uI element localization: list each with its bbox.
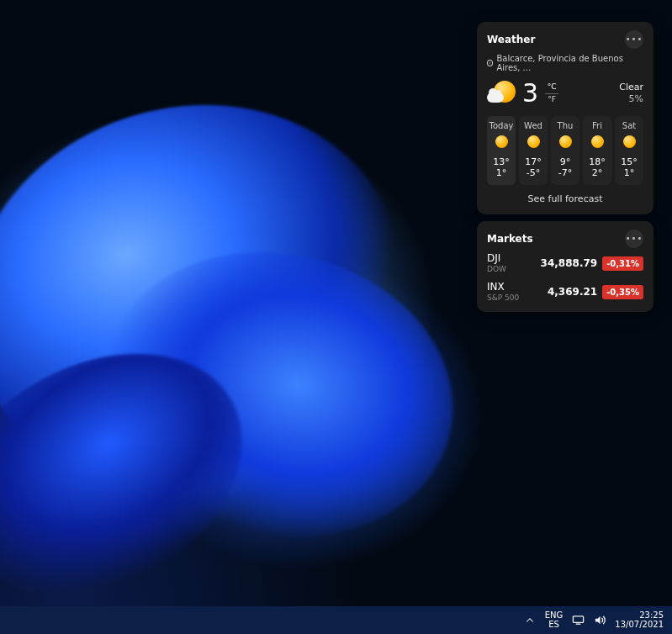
- market-change-badge: -0,31%: [602, 256, 643, 271]
- forecast-hi: 17°: [521, 156, 546, 167]
- condition-detail: 5%: [619, 93, 643, 105]
- unit-fahrenheit: °F: [548, 95, 556, 104]
- svg-rect-0: [573, 616, 583, 623]
- widget-panel: Weather ••• Balcarce, Provincia de Bueno…: [477, 22, 653, 312]
- forecast-hi: 18°: [585, 156, 610, 167]
- network-icon[interactable]: [571, 614, 585, 627]
- taskbar: ENG ES 23:25 13/07/2021: [0, 606, 672, 634]
- ellipsis-icon: •••: [626, 35, 643, 44]
- weather-location-row[interactable]: Balcarce, Provincia de Buenos Aires, ...: [487, 54, 643, 72]
- forecast-hi: 15°: [616, 156, 642, 167]
- forecast-lo: 1°: [489, 167, 514, 178]
- taskbar-clock[interactable]: 23:25 13/07/2021: [615, 611, 664, 629]
- market-symbol: INX: [487, 282, 548, 293]
- see-full-forecast-link[interactable]: See full forecast: [487, 193, 643, 204]
- market-value: 34,888.79: [541, 257, 598, 269]
- weather-widget[interactable]: Weather ••• Balcarce, Provincia de Bueno…: [477, 22, 653, 214]
- forecast-day[interactable]: Wed 17° -5°: [519, 116, 548, 185]
- language-top: ENG: [545, 611, 564, 621]
- forecast-day-label: Today: [489, 121, 514, 130]
- forecast-lo: -7°: [553, 167, 578, 178]
- weather-title: Weather: [487, 34, 535, 45]
- forecast-day-label: Fri: [585, 121, 610, 130]
- partly-cloudy-icon: [487, 79, 516, 108]
- market-name: DOW: [487, 265, 541, 273]
- market-change-badge: -0,35%: [602, 285, 643, 299]
- taskbar-date: 13/07/2021: [615, 621, 664, 630]
- taskbar-time: 23:25: [615, 611, 664, 621]
- weather-more-button[interactable]: •••: [625, 30, 643, 49]
- sun-icon: [557, 134, 574, 151]
- forecast-day-label: Wed: [521, 121, 546, 130]
- tray-overflow-button[interactable]: [523, 614, 537, 627]
- weather-condition: Clear 5%: [619, 82, 643, 105]
- market-name: S&P 500: [487, 293, 548, 302]
- forecast-lo: 2°: [585, 167, 610, 178]
- forecast-day[interactable]: Thu 9° -7°: [551, 116, 579, 185]
- forecast-day[interactable]: Today 13° 1°: [487, 116, 516, 185]
- system-tray: ENG ES 23:25 13/07/2021: [523, 611, 664, 629]
- weather-current-left: 3 °C °F: [487, 79, 558, 108]
- market-value: 4,369.21: [548, 286, 597, 298]
- sun-icon: [621, 134, 638, 151]
- weather-current: 3 °C °F Clear 5%: [487, 79, 643, 108]
- forecast-lo: -5°: [521, 167, 546, 178]
- volume-icon[interactable]: [593, 614, 606, 627]
- sun-icon: [525, 134, 542, 151]
- market-row[interactable]: INX S&P 500 4,369.21 -0,35%: [487, 282, 643, 302]
- forecast-day-label: Thu: [553, 121, 578, 130]
- ellipsis-icon: •••: [626, 235, 643, 243]
- market-symbol: DJI: [487, 253, 541, 265]
- condition-label: Clear: [619, 82, 643, 93]
- sun-icon: [589, 134, 606, 151]
- unit-celsius: °C: [548, 82, 557, 92]
- unit-toggle[interactable]: °C °F: [545, 82, 558, 104]
- forecast-row: Today 13° 1° Wed 17° -5° Thu 9° -7° Fri …: [487, 116, 643, 185]
- markets-header: Markets •••: [487, 230, 643, 248]
- language-bottom: ES: [545, 621, 564, 630]
- language-indicator[interactable]: ENG ES: [545, 611, 564, 629]
- current-temperature: 3: [522, 81, 538, 106]
- market-row[interactable]: DJI DOW 34,888.79 -0,31%: [487, 253, 643, 273]
- markets-more-button[interactable]: •••: [625, 230, 643, 248]
- forecast-hi: 13°: [489, 156, 514, 167]
- unit-divider: [545, 93, 558, 94]
- weather-header: Weather •••: [487, 30, 643, 49]
- sun-icon: [493, 134, 510, 151]
- forecast-hi: 9°: [553, 156, 578, 167]
- forecast-day[interactable]: Sat 15° 1°: [615, 116, 643, 185]
- weather-location: Balcarce, Provincia de Buenos Aires, ...: [496, 54, 643, 72]
- forecast-day[interactable]: Fri 18° 2°: [583, 116, 611, 185]
- svg-marker-2: [595, 616, 601, 624]
- markets-list: DJI DOW 34,888.79 -0,31% INX S&P 500 4,3…: [487, 253, 643, 302]
- markets-widget[interactable]: Markets ••• DJI DOW 34,888.79 -0,31% INX…: [477, 221, 653, 312]
- markets-title: Markets: [487, 233, 533, 245]
- location-icon: [487, 60, 493, 66]
- forecast-day-label: Sat: [616, 121, 642, 130]
- forecast-lo: 1°: [616, 167, 642, 178]
